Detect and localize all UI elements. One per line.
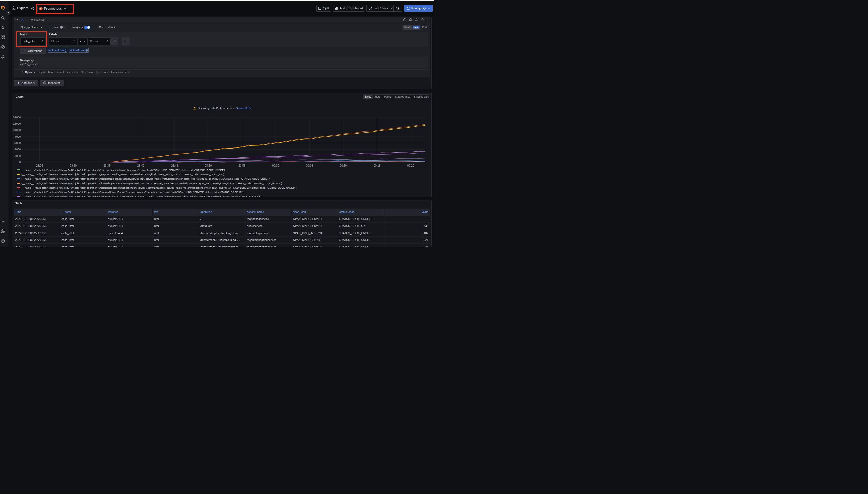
svg-text:23:25: 23:25 <box>36 164 43 167</box>
svg-text:00:20: 00:20 <box>407 164 414 167</box>
svg-text:23:55: 23:55 <box>238 164 246 167</box>
svg-text:23:30: 23:30 <box>70 164 77 167</box>
svg-text:00:15: 00:15 <box>373 164 380 167</box>
svg-text:10000: 10000 <box>13 129 21 132</box>
svg-text:23:35: 23:35 <box>104 164 110 167</box>
svg-text:4000: 4000 <box>15 148 21 151</box>
svg-text:00:00: 00:00 <box>272 164 279 167</box>
svg-text:23:50: 23:50 <box>204 164 212 167</box>
svg-text:12000: 12000 <box>13 122 21 125</box>
svg-text:6000: 6000 <box>15 141 21 145</box>
svg-text:0: 0 <box>19 161 21 164</box>
svg-text:14000: 14000 <box>13 116 21 119</box>
svg-text:23:45: 23:45 <box>171 164 178 167</box>
svg-text:8000: 8000 <box>15 135 21 138</box>
svg-text:00:10: 00:10 <box>340 164 347 167</box>
svg-text:00:05: 00:05 <box>306 164 313 167</box>
svg-text:23:40: 23:40 <box>137 164 144 167</box>
svg-text:2000: 2000 <box>15 154 21 157</box>
